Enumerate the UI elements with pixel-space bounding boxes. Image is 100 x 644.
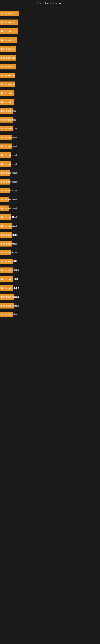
bar-row: Bottleneck res <box>0 54 100 62</box>
bar-row: Bottleneck result <box>0 151 100 159</box>
bar-row: Bottleneck result48 <box>0 213 100 221</box>
bar-label: Bottleneck result <box>0 250 11 256</box>
bar-row: Bottleneck result52. <box>0 231 100 239</box>
bar-label: Bottleneck result <box>0 285 13 291</box>
bar-label: Bottleneck resu <box>0 117 13 122</box>
bar-label: Bottleneck result <box>0 223 12 229</box>
bar-row: Bottleneck result <box>0 187 100 194</box>
bar-label: Bottleneck res <box>0 90 14 96</box>
bar-row: Bottleneck result53.9 <box>0 266 100 274</box>
bar-label: Bottleneck result <box>0 303 14 308</box>
bar-row: Bottleneck result <box>0 196 100 203</box>
bar-row: Bottleneck result54.2 <box>0 284 100 292</box>
bar-row: Bottleneck res <box>0 89 100 97</box>
bar-label: Bottleneck result <box>0 241 12 246</box>
site-title: TheBottlenecker.com <box>0 0 100 6</box>
bar-row: Bottleneck result <box>0 134 100 141</box>
bar-label: Bottleneck result <box>0 196 9 202</box>
bar-value: 50 <box>12 242 15 245</box>
bar-label: Bottleneck re <box>0 11 19 16</box>
bar-value: 4 <box>12 251 13 254</box>
bar-value: 54.5 <box>14 296 19 298</box>
bar-label: Bottleneck result <box>0 268 13 273</box>
bar-value: 53° <box>14 313 18 316</box>
bar-label: Bottleneck re <box>0 28 18 34</box>
bar-row: Bottleneck result <box>0 169 100 177</box>
bar-label: Bottleneck result <box>0 170 10 176</box>
bar-value: 55.1 <box>15 304 19 307</box>
bar-row: Bottleneck re <box>0 27 100 35</box>
bar-label: Bottleneck resul <box>0 126 13 132</box>
bar-label: Bottleneck result <box>0 294 14 300</box>
bar-row: Bottleneck re <box>0 10 100 17</box>
bar-label: Bottleneck result <box>0 232 12 238</box>
bar-row: Bottleneck result4 <box>0 249 100 256</box>
bar-row: Bottleneck result53.2 <box>0 275 100 283</box>
bar-value: 53.9 <box>14 269 19 272</box>
bar-row: Bottleneck res <box>0 72 100 79</box>
bar-row: Bottleneck result54.5 <box>0 293 100 301</box>
bar-row: Bottleneck result53° <box>0 311 100 318</box>
bar-label: Bottleneck result <box>0 206 9 211</box>
bar-value: 50 <box>12 224 15 228</box>
bar-row: Bottleneck result <box>0 142 100 150</box>
bar-label: Bottleneck result <box>0 214 11 220</box>
bar-row: Bottleneck resul <box>0 125 100 132</box>
bar-label: Bottleneck result <box>0 144 12 149</box>
bar-label: Bottleneck result <box>0 152 11 158</box>
bar-value: 48 <box>12 216 14 218</box>
bar-row: Bottleneck result <box>0 178 100 186</box>
bar-value: 54.2 <box>14 286 19 290</box>
bar-label: Bottleneck result <box>0 188 10 194</box>
bar-label: Bottleneck result <box>0 258 13 264</box>
chart-container: Bottleneck reBottleneck reBottleneck reB… <box>0 6 100 322</box>
bar-row: Bottleneck re <box>0 45 100 53</box>
bar-label: Bottleneck result <box>0 276 13 282</box>
bar-row: Bottleneck res <box>0 63 100 70</box>
bar-value: 53.2 <box>14 278 18 280</box>
bar-row: Bottleneck result52° <box>0 258 100 265</box>
bar-row: Bottleneck resu <box>0 107 100 115</box>
bar-row: Bottleneck result50 <box>0 240 100 248</box>
bar-label: Bottleneck re <box>0 20 18 25</box>
bar-row: Bottleneck result55.1 <box>0 302 100 310</box>
bar-row: Bottleneck res <box>0 80 100 88</box>
bar-row: Bottleneck re <box>0 18 100 26</box>
bar-label: Bottleneck result <box>0 135 12 140</box>
bar-label: Bottleneck res <box>0 55 16 60</box>
bar-label: Bottleneck res <box>0 82 15 87</box>
bar-value: 52. <box>13 234 17 236</box>
bar-label: Bottleneck re <box>0 46 16 52</box>
bar-label: Bottleneck result <box>0 312 13 317</box>
bar-row: Bottleneck resu <box>0 116 100 124</box>
bar-row: Bottleneck result <box>0 204 100 212</box>
bar-row: Bottleneck result50 <box>0 222 100 230</box>
bar-label: Bottleneck res <box>0 99 14 105</box>
bar-label: Bottleneck res <box>0 73 15 78</box>
bar-label: Bottleneck resu <box>0 108 13 114</box>
bar-row: Bottleneck re <box>0 36 100 44</box>
bar-row: Bottleneck res <box>0 98 100 106</box>
bar-label: Bottleneck result <box>0 179 10 184</box>
bar-label: Bottleneck re <box>0 37 17 43</box>
bar-row: Bottleneck result <box>0 160 100 168</box>
bar-label: Bottleneck res <box>0 64 16 70</box>
bar-value: 52° <box>14 260 17 263</box>
bar-label: Bottleneck result <box>0 161 11 167</box>
